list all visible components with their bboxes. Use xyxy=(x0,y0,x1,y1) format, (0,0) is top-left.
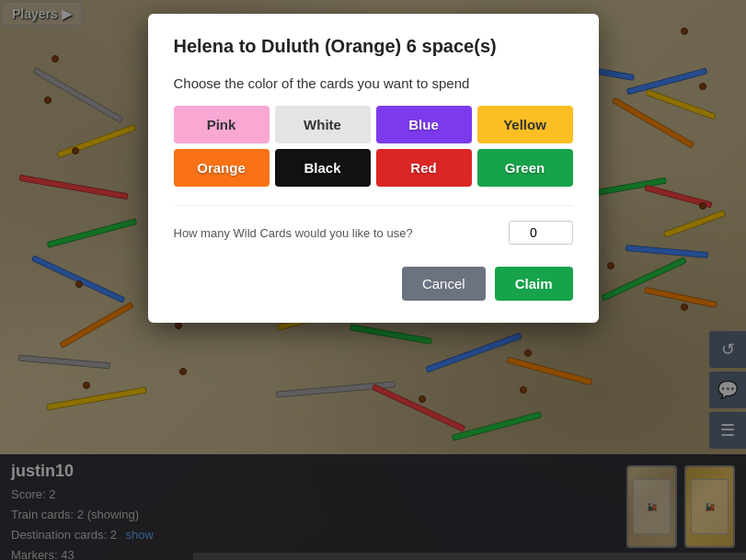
color-button-red[interactable]: Red xyxy=(376,149,472,187)
color-button-yellow[interactable]: Yellow xyxy=(477,106,573,143)
modal-subtitle: Choose the color of the cards you want t… xyxy=(174,75,573,91)
cancel-button[interactable]: Cancel xyxy=(402,267,486,301)
modal-actions: Cancel Claim xyxy=(174,267,573,301)
claim-button[interactable]: Claim xyxy=(495,267,573,301)
color-button-white[interactable]: White xyxy=(275,106,371,143)
color-grid: Pink White Blue Yellow Orange Black xyxy=(174,106,573,187)
color-button-blue[interactable]: Blue xyxy=(376,106,472,143)
wild-cards-label: How many Wild Cards would you like to us… xyxy=(174,226,498,240)
color-button-orange[interactable]: Orange xyxy=(174,149,270,187)
modal-title: Helena to Duluth (Orange) 6 space(s) xyxy=(174,36,573,57)
color-button-green[interactable]: Green xyxy=(477,149,573,187)
color-button-black[interactable]: Black xyxy=(275,149,371,187)
modal-dialog: Helena to Duluth (Orange) 6 space(s) Cho… xyxy=(148,14,599,323)
wild-cards-row: How many Wild Cards would you like to us… xyxy=(174,205,573,245)
wild-cards-input[interactable] xyxy=(509,221,573,245)
modal-overlay: Helena to Duluth (Orange) 6 space(s) Cho… xyxy=(0,0,746,560)
color-button-pink[interactable]: Pink xyxy=(174,106,270,143)
